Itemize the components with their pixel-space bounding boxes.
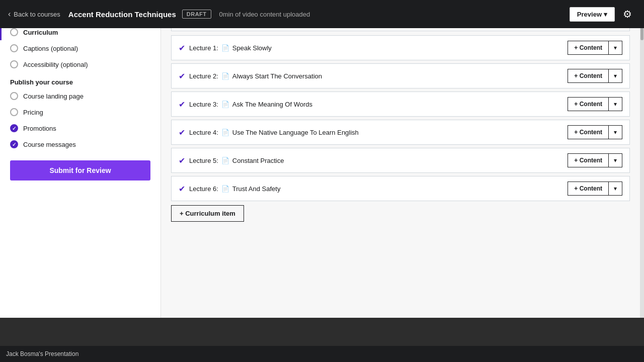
add-content-button[interactable]: + Content [568, 153, 608, 167]
expand-button[interactable]: ▾ [608, 182, 622, 196]
lecture-file-icon: 📄 [221, 72, 229, 80]
top-bar-right: Preview ▾ ⚙ [570, 6, 636, 22]
submit-review-button[interactable]: Submit for Review [10, 160, 150, 180]
expand-button[interactable]: ▾ [608, 125, 622, 139]
lecture-check-icon: ✔ [179, 184, 185, 194]
sidebar: Film & Edit Curriculum Captions (optiona… [0, 0, 161, 318]
lecture-number-label: Lecture 1: [189, 44, 218, 52]
lecture-name: Constant Practice [232, 157, 284, 164]
back-to-courses-link[interactable]: ‹ Back to courses [8, 10, 60, 19]
lecture-name: Use The Native Language To Learn English [232, 129, 359, 136]
add-content-button[interactable]: + Content [568, 97, 608, 111]
lecture-file-icon: 📄 [221, 129, 229, 136]
radio-course-messages [10, 140, 18, 148]
scrollbar-track[interactable] [640, 0, 644, 318]
lecture-name: Speak Slowly [232, 44, 272, 52]
course-title: Accent Reduction Techniques [68, 10, 176, 19]
sidebar-label-course-messages: Course messages [23, 141, 76, 148]
lecture-name: Trust And Safety [232, 185, 281, 193]
back-label: Back to courses [14, 11, 60, 18]
lecture-file-icon: 📄 [221, 185, 229, 193]
lecture-actions: + Content ▾ [568, 41, 622, 55]
upload-status: 0min of video content uploaded [219, 11, 310, 18]
lecture-check-icon: ✔ [179, 128, 185, 137]
lecture-actions: + Content ▾ [568, 182, 622, 196]
preview-chevron-icon: ▾ [604, 11, 607, 18]
lecture-number-label: Lecture 2: [189, 72, 218, 80]
lecture-file-icon: 📄 [221, 44, 229, 52]
add-item-label: + Curriculum item [180, 210, 235, 217]
sidebar-label-course-landing: Course landing page [23, 93, 84, 100]
publish-section-title: Publish your course [0, 72, 160, 88]
lecture-check-icon: ✔ [179, 71, 185, 81]
lecture-file-icon: 📄 [221, 157, 229, 164]
lecture-row: ✔ Lecture 5: 📄 Constant Practice + Conte… [171, 148, 630, 173]
lecture-row: ✔ Lecture 6: 📄 Trust And Safety + Conten… [171, 176, 630, 201]
radio-captions [10, 44, 18, 52]
lecture-title: Lecture 5: 📄 Constant Practice [189, 157, 564, 164]
lecture-title: Lecture 1: 📄 Speak Slowly [189, 44, 564, 52]
add-content-button[interactable]: + Content [568, 125, 608, 139]
top-bar: ‹ Back to courses Accent Reduction Techn… [0, 0, 644, 28]
lecture-number-label: Lecture 5: [189, 157, 218, 164]
lecture-name: Ask The Meaning Of Words [232, 101, 312, 108]
sidebar-label-curriculum: Curriculum [23, 29, 58, 36]
sidebar-item-accessibility[interactable]: Accessibility (optional) [0, 56, 160, 72]
lecture-check-icon: ✔ [179, 43, 185, 53]
sidebar-label-captions: Captions (optional) [23, 45, 78, 52]
radio-course-landing [10, 92, 18, 100]
expand-button[interactable]: ▾ [608, 69, 622, 83]
radio-curriculum [10, 28, 18, 36]
lecture-row: ✔ Lecture 2: 📄 Always Start The Conversa… [171, 63, 630, 88]
lecture-title: Lecture 2: 📄 Always Start The Conversati… [189, 72, 564, 80]
expand-button[interactable]: ▾ [608, 97, 622, 111]
radio-accessibility [10, 60, 18, 68]
lecture-row: ✔ Lecture 4: 📄 Use The Native Language T… [171, 120, 630, 145]
main-wrapper: Film & Edit Curriculum Captions (optiona… [0, 0, 644, 318]
add-content-button[interactable]: + Content [568, 69, 608, 83]
preview-button[interactable]: Preview ▾ [570, 7, 615, 22]
lecture-check-icon: ✔ [179, 156, 185, 165]
lecture-row: ✔ Lecture 3: 📄 Ask The Meaning Of Words … [171, 92, 630, 117]
lecture-actions: + Content ▾ [568, 125, 622, 139]
expand-button[interactable]: ▾ [608, 153, 622, 167]
sidebar-item-captions[interactable]: Captions (optional) [0, 40, 160, 56]
lecture-row: ✔ Lecture 1: 📄 Speak Slowly + Content ▾ [171, 35, 630, 60]
lecture-title: Lecture 6: 📄 Trust And Safety [189, 185, 564, 193]
lecture-actions: + Content ▾ [568, 69, 622, 83]
sidebar-label-accessibility: Accessibility (optional) [23, 61, 88, 68]
settings-button[interactable]: ⚙ [619, 6, 636, 22]
lectures-list: ✔ Lecture 1: 📄 Speak Slowly + Content ▾ … [171, 35, 630, 201]
submit-btn-container: Submit for Review [0, 152, 160, 189]
preview-label: Preview [577, 11, 602, 18]
draft-badge: DRAFT [182, 10, 211, 19]
add-content-button[interactable]: + Content [568, 182, 608, 196]
radio-pricing [10, 108, 18, 116]
lecture-actions: + Content ▾ [568, 153, 622, 167]
sidebar-item-promotions[interactable]: Promotions [0, 120, 160, 136]
lecture-number-label: Lecture 6: [189, 185, 218, 193]
radio-promotions [10, 124, 18, 132]
add-content-button[interactable]: + Content [568, 41, 608, 55]
sidebar-item-course-landing[interactable]: Course landing page [0, 88, 160, 104]
lecture-number-label: Lecture 4: [189, 129, 218, 136]
lecture-number-label: Lecture 3: [189, 101, 218, 108]
lecture-title: Lecture 4: 📄 Use The Native Language To … [189, 129, 564, 136]
content-area: Section 1: 📄 Accent Reduction Techniques… [161, 0, 640, 318]
add-curriculum-item-button[interactable]: + Curriculum item [171, 205, 244, 222]
sidebar-item-pricing[interactable]: Pricing [0, 104, 160, 120]
lecture-title: Lecture 3: 📄 Ask The Meaning Of Words [189, 101, 564, 108]
lecture-actions: + Content ▾ [568, 97, 622, 111]
sidebar-label-pricing: Pricing [23, 109, 43, 116]
sidebar-label-promotions: Promotions [23, 125, 56, 132]
expand-button[interactable]: ▾ [608, 41, 622, 55]
lecture-file-icon: 📄 [221, 101, 229, 108]
lecture-check-icon: ✔ [179, 100, 185, 109]
lecture-name: Always Start The Conversation [232, 72, 322, 80]
sidebar-item-course-messages[interactable]: Course messages [0, 136, 160, 152]
back-arrow-icon: ‹ [8, 10, 11, 19]
